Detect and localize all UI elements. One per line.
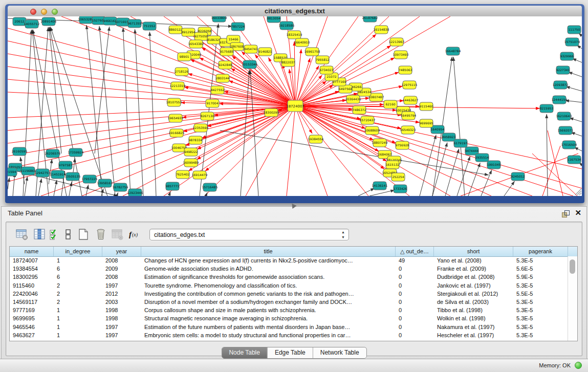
red-edge bbox=[295, 106, 582, 188]
table-row[interactable]: 1830029562008Estimation of significance … bbox=[10, 273, 568, 281]
red-edge bbox=[295, 106, 328, 196]
function-builder-icon[interactable]: f(x) bbox=[128, 228, 141, 241]
black-citation-edge bbox=[206, 192, 207, 196]
delete-column-icon[interactable] bbox=[94, 228, 107, 241]
cell-in_degree: 1 bbox=[54, 306, 102, 314]
column-header-out_de[interactable]: △ out_de… bbox=[396, 247, 434, 256]
graph-node-label: 2718126 bbox=[175, 70, 189, 73]
table-row[interactable]: 946554611997Estimation of the future num… bbox=[10, 323, 568, 331]
column-header-in_degree[interactable]: in_degree bbox=[54, 247, 102, 256]
window-title: citations_edges.txt bbox=[8, 7, 582, 15]
column-header-short[interactable]: short bbox=[434, 247, 513, 256]
cell-pagerank: 5.3E-5 bbox=[513, 281, 568, 290]
graph-node-label: 8822037 bbox=[281, 60, 295, 64]
graph-node-label: 7857224 bbox=[231, 25, 245, 28]
table-panel-header: Table Panel ✕ bbox=[2, 207, 586, 220]
graph-node-label: 16640910 bbox=[294, 40, 310, 44]
scrollbar-thumb[interactable] bbox=[570, 259, 575, 274]
close-panel-icon[interactable]: ✕ bbox=[575, 209, 581, 217]
tab-network-table[interactable]: Network Table bbox=[313, 347, 366, 358]
stacked-rows-icon[interactable] bbox=[61, 228, 75, 241]
graph-node-label: 19654935 bbox=[168, 116, 184, 120]
graph-node-label: 26160595 bbox=[12, 149, 28, 153]
column-header-year[interactable]: year bbox=[102, 247, 141, 256]
column-header-name[interactable]: name bbox=[10, 247, 54, 256]
column-header-pagerank[interactable]: pagerank bbox=[513, 247, 568, 256]
graph-node-label: 15751074 bbox=[564, 40, 580, 43]
table-row[interactable]: 969969511998Structural magnetic resonanc… bbox=[10, 314, 568, 322]
citation-network-graph[interactable]: 2061214055712208914061065328715276029466… bbox=[8, 16, 582, 196]
red-edge bbox=[8, 106, 295, 143]
graph-node-label: 1640954 bbox=[431, 127, 445, 131]
graph-node-label: 12942757 bbox=[35, 171, 51, 174]
cell-title: Tourette syndrome. Phenomenology and cla… bbox=[141, 281, 396, 290]
graph-node-label: 16961758 bbox=[304, 50, 320, 53]
graph-node-label: 16210643 bbox=[556, 114, 572, 118]
graph-node-label: 10688609 bbox=[364, 128, 380, 132]
graph-node-label: 8215953 bbox=[540, 106, 554, 110]
graph-node-label: 20612 bbox=[14, 19, 24, 23]
black-citation-edge bbox=[453, 57, 465, 196]
new-column-icon[interactable] bbox=[77, 228, 90, 241]
window-titlebar[interactable]: citations_edges.txt bbox=[8, 6, 582, 17]
graph-node-label: 15466 bbox=[228, 37, 238, 41]
table-row[interactable]: 977716911998Corpus callosum shape and si… bbox=[10, 306, 568, 314]
cell-pagerank: 5.3E-5 bbox=[513, 331, 568, 339]
graph-node-label: 17359924 bbox=[68, 150, 84, 154]
column-header-title[interactable]: title bbox=[141, 247, 396, 256]
table-row[interactable]: 1938455462009Genome-wide association stu… bbox=[10, 265, 568, 273]
table-scrollbar[interactable] bbox=[568, 256, 577, 341]
cell-title: Corpus callosum shape and size in male p… bbox=[141, 306, 396, 314]
black-citation-edge bbox=[117, 192, 118, 196]
network-view-window: citations_edges.txt 20612140557122089140… bbox=[5, 4, 584, 203]
black-citation-edge bbox=[358, 188, 375, 196]
graph-node-label: 9797587 bbox=[59, 163, 73, 167]
import-table-icon[interactable] bbox=[111, 228, 124, 241]
tab-edge-table[interactable]: Edge Table bbox=[267, 347, 313, 358]
cell-pagerank: 5.3E-5 bbox=[513, 298, 568, 306]
black-citation-edge bbox=[149, 32, 156, 196]
black-citation-edge bbox=[86, 185, 89, 196]
graph-node-label: 12923446 bbox=[127, 191, 143, 194]
graph-node-label: 20364436 bbox=[345, 97, 361, 101]
table-row[interactable]: 911546021997Tourette syndrome. Phenomeno… bbox=[10, 281, 568, 290]
black-citation-edge bbox=[568, 72, 582, 77]
cell-name: 19384554 bbox=[10, 265, 54, 273]
graph-node-label: 9498222 bbox=[184, 150, 198, 154]
resize-grip-icon[interactable] bbox=[575, 189, 581, 195]
table-selector-dropdown[interactable]: citations_edges.txt ▲▼ bbox=[149, 229, 349, 240]
cell-in_degree: 1 bbox=[54, 314, 102, 322]
black-citation-edge bbox=[457, 156, 470, 196]
cell-in_degree: 2 bbox=[54, 281, 102, 290]
graph-node-label: 7485063 bbox=[399, 68, 412, 72]
cell-name: 9463627 bbox=[10, 331, 54, 339]
table-header-row: namein_degreeyeartitle△ out_de…shortpage… bbox=[10, 247, 577, 257]
cell-out_de: 0 bbox=[396, 265, 434, 273]
table-row[interactable]: 1456911722003Disruption of a novel membe… bbox=[10, 298, 568, 306]
cell-name: 9115460 bbox=[10, 281, 54, 290]
graph-node-label: 9275058 bbox=[194, 34, 208, 38]
cell-year: 1998 bbox=[102, 314, 141, 322]
cell-out_de: 0 bbox=[396, 323, 434, 331]
cell-pagerank: 5.3E-5 bbox=[513, 256, 568, 265]
black-citation-edge bbox=[445, 149, 459, 196]
cell-title: Estimation of the future numbers of pati… bbox=[141, 323, 396, 331]
table-options-icon[interactable] bbox=[15, 228, 29, 241]
graph-node-label: 12444154 bbox=[552, 98, 568, 101]
column-visibility-icon[interactable] bbox=[33, 228, 46, 241]
table-row[interactable]: 1872400712008Changes of HCN gene express… bbox=[10, 256, 568, 265]
table-row[interactable]: 946362711997Embryonic stem cells: a mode… bbox=[10, 331, 568, 339]
graph-node-label: 9474444 bbox=[465, 149, 479, 152]
graph-node-label: 8427552 bbox=[211, 88, 225, 92]
table-tabs: Node TableEdge TableNetwork Table bbox=[221, 347, 366, 359]
select-rows-icon[interactable] bbox=[48, 228, 61, 241]
graph-node-label: 391594 bbox=[8, 170, 16, 173]
graph-node-label: 8186328 bbox=[207, 38, 221, 41]
network-canvas[interactable]: 2061214055712208914061065328715276029466… bbox=[8, 16, 582, 196]
float-panel-icon[interactable] bbox=[562, 210, 569, 217]
tab-node-table[interactable]: Node Table bbox=[222, 347, 267, 358]
status-bar: Memory: OK bbox=[0, 359, 588, 372]
table-row[interactable]: 2242004622012Investigating the contribut… bbox=[10, 290, 568, 298]
graph-node-label: 12353594 bbox=[193, 126, 209, 129]
black-citation-edge bbox=[8, 178, 9, 189]
